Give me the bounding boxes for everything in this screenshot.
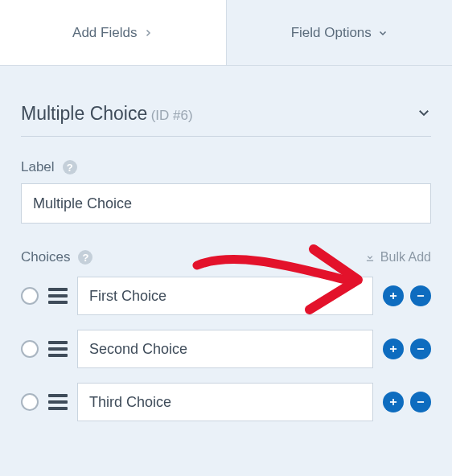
choice-input[interactable] — [77, 277, 373, 315]
tab-field-options[interactable]: Field Options — [227, 0, 453, 65]
label-caption-row: Label ? — [21, 159, 431, 175]
chevron-down-icon — [378, 28, 388, 38]
remove-choice-button[interactable] — [410, 285, 431, 306]
bulk-add-label: Bulk Add — [380, 250, 431, 265]
choices-header: Choices ? Bulk Add — [21, 249, 431, 265]
download-icon — [364, 252, 376, 263]
choice-row — [21, 277, 431, 315]
section-header[interactable]: Multiple Choice (ID #6) — [21, 87, 431, 137]
help-icon[interactable]: ? — [78, 250, 92, 265]
tabs-bar: Add Fields Field Options — [0, 0, 452, 66]
add-choice-button[interactable] — [383, 392, 404, 412]
chevron-down-icon — [417, 105, 431, 120]
drag-handle-icon[interactable] — [48, 394, 68, 410]
default-radio[interactable] — [21, 340, 39, 358]
bulk-add-button[interactable]: Bulk Add — [364, 250, 431, 265]
section-id: (ID #6) — [151, 108, 193, 123]
add-choice-button[interactable] — [383, 339, 404, 359]
default-radio[interactable] — [21, 287, 39, 305]
chevron-right-icon — [143, 28, 153, 38]
tab-add-fields[interactable]: Add Fields — [0, 0, 227, 65]
choice-input[interactable] — [77, 330, 373, 368]
remove-choice-button[interactable] — [410, 392, 431, 412]
tab-add-fields-label: Add Fields — [72, 25, 137, 41]
drag-handle-icon[interactable] — [48, 341, 68, 357]
add-choice-button[interactable] — [383, 285, 404, 306]
choice-row — [21, 383, 431, 421]
section-title: Multiple Choice — [21, 103, 147, 124]
help-icon[interactable]: ? — [63, 160, 77, 174]
label-input[interactable] — [21, 183, 431, 224]
tab-field-options-label: Field Options — [291, 25, 372, 41]
choice-row — [21, 330, 431, 368]
drag-handle-icon[interactable] — [48, 288, 68, 304]
label-caption: Label — [21, 159, 55, 175]
default-radio[interactable] — [21, 393, 39, 411]
remove-choice-button[interactable] — [410, 339, 431, 359]
field-options-panel: Multiple Choice (ID #6) Label ? Choices … — [0, 66, 452, 421]
choice-input[interactable] — [77, 383, 373, 421]
choices-caption: Choices — [21, 249, 70, 265]
